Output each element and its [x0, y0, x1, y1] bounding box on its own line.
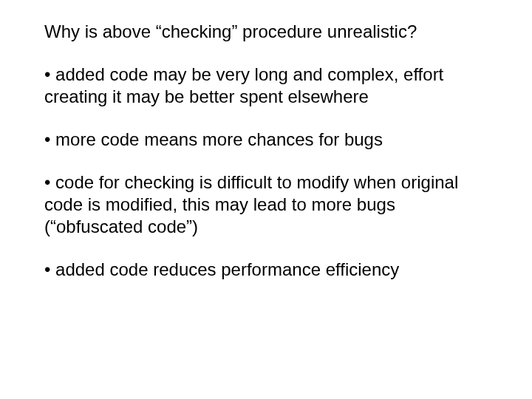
- bullet-item: • more code means more chances for bugs: [44, 129, 488, 151]
- bullet-item: • added code reduces performance efficie…: [44, 259, 488, 281]
- bullet-item: • code for checking is difficult to modi…: [44, 171, 488, 238]
- bullet-text: added code may be very long and complex,…: [44, 64, 443, 106]
- bullet-text: added code reduces performance efficienc…: [55, 259, 399, 279]
- slide: Why is above “checking” procedure unreal…: [0, 0, 532, 399]
- bullet-text: more code means more chances for bugs: [55, 129, 383, 149]
- bullet-text: code for checking is difficult to modify…: [44, 172, 458, 236]
- slide-title: Why is above “checking” procedure unreal…: [44, 21, 488, 43]
- bullet-item: • added code may be very long and comple…: [44, 64, 488, 108]
